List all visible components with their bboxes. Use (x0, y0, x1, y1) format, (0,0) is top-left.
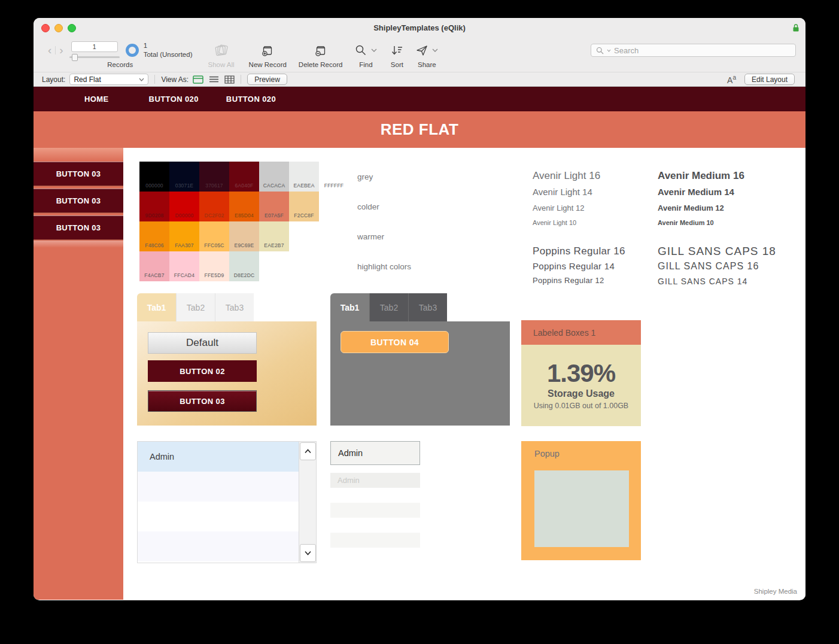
color-swatch: FFFFFF (319, 162, 349, 192)
scroll-up-button[interactable] (300, 442, 316, 460)
sidebar-button-03-2[interactable]: BUTTON 03 (34, 189, 123, 212)
swatch-hex-label: D00000 (169, 212, 199, 218)
dropdown-list-row[interactable] (330, 548, 420, 563)
list-item[interactable] (138, 502, 299, 531)
record-slider[interactable] (69, 54, 120, 60)
admin-list: Admin (137, 441, 317, 563)
new-record-icon (260, 43, 275, 57)
list-scrollbar[interactable] (299, 442, 316, 563)
color-swatch: FFE5D9 (199, 251, 229, 281)
list-item[interactable] (138, 472, 299, 502)
color-swatch: CACACA (259, 162, 289, 192)
dropdown-list-row[interactable] (330, 488, 420, 503)
search-input[interactable]: Search (591, 44, 796, 57)
next-record-button[interactable]: › (59, 44, 63, 57)
show-all-button[interactable]: Show All (208, 41, 234, 68)
tab3-gray[interactable]: Tab3 (408, 293, 447, 321)
find-button[interactable]: Find (354, 41, 377, 68)
nav-button-020-a[interactable]: BUTTON 020 (149, 95, 199, 104)
previous-record-button[interactable]: ‹ (48, 44, 51, 57)
dropdown-list-row[interactable] (330, 518, 420, 533)
color-swatch: DC2F02 (199, 192, 229, 221)
list-view-icon[interactable] (209, 75, 219, 83)
color-swatch: E9C69E (229, 221, 259, 251)
dropdown-list-row-admin[interactable]: Admin (330, 473, 420, 488)
record-nav-divider (55, 46, 56, 54)
swatch-hex-label: F4ACB7 (139, 272, 169, 278)
tab3-tan[interactable]: Tab3 (215, 293, 254, 321)
list-item-admin[interactable]: Admin (138, 442, 299, 472)
button-03[interactable]: BUTTON 03 (148, 390, 257, 412)
admin-dropdown-field[interactable]: Admin (330, 441, 420, 465)
layout-bar-divider-2 (241, 75, 241, 84)
chevron-down-icon (304, 551, 312, 555)
tab-panel-gray: BUTTON 04 (330, 321, 510, 426)
dropdown-list-row[interactable] (330, 533, 420, 548)
color-swatch: FFC05C (199, 221, 229, 251)
find-dropdown-chevron-icon[interactable] (371, 48, 377, 52)
search-placeholder: Search (614, 46, 639, 55)
swatch-hex-label: F48C06 (139, 242, 169, 248)
font-sample-avenir-medium-10: Avenir Medium 10 (658, 219, 714, 226)
form-view-icon[interactable] (193, 75, 203, 84)
color-swatch: EAE2B7 (259, 221, 289, 251)
sidebar: BUTTON 03 BUTTON 03 BUTTON 03 (34, 148, 123, 600)
list-item[interactable] (138, 531, 299, 561)
sort-button[interactable]: Sort (390, 41, 403, 68)
font-sample-poppins-12: Poppins Regular 12 (533, 276, 604, 285)
font-sample-avenir-medium-14: Avenir Medium 14 (658, 187, 734, 197)
share-dropdown-chevron-icon[interactable] (432, 48, 438, 52)
color-swatch: FAA307 (169, 221, 199, 251)
swatch-hex-label: E85D04 (229, 212, 259, 218)
popup-field[interactable] (534, 470, 629, 547)
record-slider-thumb[interactable] (72, 54, 78, 61)
button-04[interactable]: BUTTON 04 (341, 331, 449, 353)
font-sample-gill-14: GILL SANS CAPS 14 (658, 277, 747, 286)
tab2-gray[interactable]: Tab2 (369, 293, 408, 321)
toolbar: ‹ › 1 1 Total (Unsorted) Records (34, 37, 805, 72)
swatch-hex-label: EAE2B7 (259, 242, 289, 248)
nav-home-button[interactable]: HOME (84, 95, 109, 104)
swatch-hex-label: FFC05C (199, 242, 229, 248)
sidebar-button-03-3[interactable]: BUTTON 03 (34, 215, 123, 239)
font-sample-avenir-medium-16: Avenir Medium 16 (658, 170, 744, 182)
text-formatting-icon[interactable]: Aa (727, 74, 736, 85)
preview-button[interactable]: Preview (247, 74, 287, 85)
record-number-field[interactable]: 1 (71, 41, 118, 52)
color-swatch: FFCAD4 (169, 251, 199, 281)
delete-record-button[interactable]: Delete Record (299, 41, 343, 68)
share-button[interactable]: Share (415, 41, 438, 68)
search-scope-chevron-icon[interactable] (607, 49, 611, 52)
tab1-gray[interactable]: Tab1 (330, 293, 369, 321)
layout-select-value: Red Flat (74, 75, 101, 84)
font-sample-gill-16: GILL SANS CAPS 16 (658, 261, 759, 272)
tab1-tan[interactable]: Tab1 (137, 293, 176, 321)
record-total-count: 1 (144, 41, 193, 50)
swatch-hex-label: DC2F02 (199, 212, 229, 218)
table-view-icon[interactable] (224, 75, 235, 84)
color-swatch: E07A5F (259, 192, 289, 221)
nav-button-020-b[interactable]: BUTTON 020 (226, 95, 276, 104)
swatch-hex-label: D8E2DC (229, 272, 259, 278)
popup-label: Popup (534, 449, 560, 458)
layout-select[interactable]: Red Flat (69, 74, 148, 85)
color-swatch: 6A040F (229, 162, 259, 192)
color-swatch: 000000 (139, 162, 169, 192)
tab2-tan[interactable]: Tab2 (176, 293, 215, 321)
swatch-hex-label: FFFFFF (319, 183, 349, 189)
dropdown-list-row[interactable] (330, 503, 420, 518)
color-swatch: E85D04 (229, 192, 259, 221)
layout-bar-divider (154, 75, 155, 84)
storage-usage-percent: 1.39% (547, 361, 615, 386)
sidebar-button-03-1[interactable]: BUTTON 03 (34, 162, 123, 186)
default-button[interactable]: Default (148, 332, 257, 354)
delete-record-icon (313, 43, 329, 57)
font-sample-poppins-16: Poppins Regular 16 (533, 245, 625, 257)
swatch-hex-label: 000000 (139, 183, 169, 189)
button-02[interactable]: BUTTON 02 (148, 360, 257, 382)
new-record-button[interactable]: New Record (249, 41, 287, 68)
edit-layout-button[interactable]: Edit Layout (744, 74, 795, 85)
color-swatch: D8E2DC (229, 251, 259, 281)
scroll-down-button[interactable] (300, 544, 316, 562)
color-swatch: F4ACB7 (139, 251, 169, 281)
